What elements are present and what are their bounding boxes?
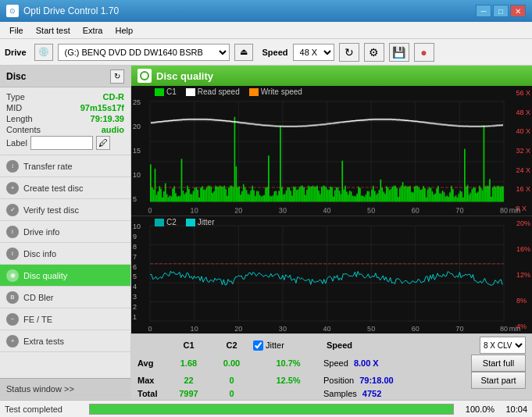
jitter-check-label: Jitter <box>266 340 284 350</box>
y-16pct: 16% <box>516 245 530 253</box>
sidebar-item-disc-quality[interactable]: ◉ Disc quality <box>0 265 130 287</box>
max-label: Max <box>137 376 167 385</box>
y-8pct: 8% <box>516 297 530 305</box>
drivebar: Drive 💿 (G:) BENQ DVD DD DW1640 BSRB ⏏ S… <box>0 39 532 66</box>
label-icon-button[interactable]: 🖊 <box>96 136 110 150</box>
mid-value: 97m15s17f <box>80 103 124 112</box>
y-10: 10 <box>133 171 141 179</box>
refresh-button[interactable]: ↻ <box>339 43 359 62</box>
menu-file[interactable]: File <box>3 24 30 37</box>
speed-label: Speed <box>323 358 348 368</box>
read-speed-color <box>186 88 195 96</box>
samples-section: Samples 4752 <box>323 389 381 398</box>
position-section: Position 79:18.00 <box>323 376 394 385</box>
titlebar-left: ⊙ Opti Drive Control 1.70 <box>6 5 119 17</box>
start-part-button[interactable]: Start part <box>471 372 526 389</box>
mid-label: MID <box>6 103 22 112</box>
disc-quality-header: Disc quality <box>131 66 532 86</box>
total-label: Total <box>137 389 167 398</box>
sidebar-nav: ↕ Transfer rate + Create test disc ✓ Ver… <box>0 155 130 378</box>
sidebar-item-transfer-rate[interactable]: ↕ Transfer rate <box>0 155 130 177</box>
disc-refresh-button[interactable]: ↻ <box>110 70 124 84</box>
y-32x: 32 X <box>516 147 530 155</box>
eject-button[interactable]: ⏏ <box>234 44 253 61</box>
max-c1-val: 22 <box>167 376 210 385</box>
y-40x: 40 X <box>516 127 530 135</box>
sidebar-item-label-disc-info: Disc info <box>23 249 56 258</box>
write-speed-color <box>249 88 259 96</box>
avg-jitter-val: 10.7% <box>253 358 323 368</box>
drive-select[interactable]: (G:) BENQ DVD DD DW1640 BSRB <box>58 44 230 61</box>
titlebar-buttons: ─ □ ✕ <box>476 5 526 17</box>
fe-te-icon: ~ <box>6 313 19 326</box>
sidebar-item-label-extra-tests: Extra tests <box>23 337 64 346</box>
sidebar-item-fe-te[interactable]: ~ FE / TE <box>0 308 130 330</box>
extra-tests-icon: + <box>6 335 19 348</box>
progress-bar-container <box>89 404 454 415</box>
close-button[interactable]: ✕ <box>510 5 526 17</box>
y-4pct: 4% <box>516 323 530 330</box>
y-15: 15 <box>133 147 141 155</box>
legend-read-speed: Read speed <box>186 87 240 96</box>
y-25: 25 <box>133 98 141 106</box>
contents-value: audio <box>102 125 124 134</box>
sidebar-item-label-verify-test-disc: Verify test disc <box>23 205 79 215</box>
y-20pct: 20% <box>516 219 530 227</box>
y-8x: 8 X <box>516 205 530 212</box>
settings-button[interactable]: ⚙ <box>364 43 384 62</box>
total-c2-val: 0 <box>210 389 253 398</box>
disc-quality-icon: ◉ <box>6 269 19 282</box>
c1-label: C1 <box>166 87 177 96</box>
sidebar-item-cd-bler[interactable]: B CD Bler <box>0 287 130 308</box>
chart2-legend: C2 Jitter <box>155 218 214 226</box>
disc-section-header: Disc ↻ <box>0 66 130 87</box>
stats-total-row: Total 7997 0 Samples 4752 <box>134 389 529 400</box>
menu-help[interactable]: Help <box>109 24 139 37</box>
y-5: 5 <box>133 195 141 203</box>
sidebar-item-label-cd-bler: CD Bler <box>23 293 54 302</box>
progress-percent: 100.0% <box>460 405 499 414</box>
chart1-y-axis-right: 56 X 48 X 40 X 32 X 24 X 16 X 8 X <box>516 86 530 216</box>
start-full-button[interactable]: Start full <box>471 355 526 372</box>
read-speed-label: Read speed <box>198 87 240 96</box>
create-test-disc-icon: + <box>6 182 19 194</box>
stats-header-row: C1 C2 Jitter Speed 8 X CLV <box>134 336 529 355</box>
verify-test-disc-icon: ✓ <box>6 204 19 216</box>
menu-extra[interactable]: Extra <box>77 24 109 37</box>
sidebar-item-verify-test-disc[interactable]: ✓ Verify test disc <box>0 199 130 221</box>
y-56x: 56 X <box>516 89 530 97</box>
sidebar-item-extra-tests[interactable]: + Extra tests <box>0 330 130 352</box>
menu-start-test[interactable]: Start test <box>30 24 77 37</box>
charts-wrapper: C1 Read speed Write speed 56 X 48 X 40 <box>131 86 532 333</box>
speed-select[interactable]: 48 X <box>293 44 334 61</box>
sidebar-item-label-transfer-rate: Transfer rate <box>23 162 73 171</box>
chart1-container: C1 Read speed Write speed 56 X 48 X 40 <box>131 86 532 216</box>
avg-label: Avg <box>137 358 167 368</box>
minimize-button[interactable]: ─ <box>476 5 491 17</box>
type-label: Type <box>6 92 25 102</box>
cd-bler-icon: B <box>6 291 19 304</box>
sidebar-item-disc-info[interactable]: i Disc info <box>0 243 130 265</box>
clv-select[interactable]: 8 X CLV <box>480 337 526 354</box>
legend-jitter: Jitter <box>186 218 215 226</box>
drive-info-icon: i <box>6 226 19 238</box>
sidebar-item-drive-info[interactable]: i Drive info <box>0 221 130 243</box>
jitter-checkbox[interactable] <box>253 340 263 351</box>
y-20: 20 <box>133 123 141 130</box>
jitter-label: Jitter <box>198 218 215 226</box>
save-button[interactable]: 💾 <box>389 43 409 62</box>
chart1-canvas <box>131 86 532 216</box>
color-button[interactable]: ● <box>414 43 434 62</box>
length-value: 79:19.39 <box>91 114 124 123</box>
disc-quality-title: Disc quality <box>156 70 213 82</box>
menubar: File Start test Extra Help <box>0 22 532 39</box>
sidebar-item-create-test-disc[interactable]: + Create test disc <box>0 177 130 199</box>
sidebar-item-label-create-test-disc: Create test disc <box>23 184 83 193</box>
length-label: Length <box>6 114 33 123</box>
disc-quality-icon-header <box>137 69 152 83</box>
label-input[interactable] <box>30 136 93 150</box>
status-window-button[interactable]: Status window >> <box>0 378 130 400</box>
start-part-btn-container: Start part <box>471 372 526 389</box>
maximize-button[interactable]: □ <box>493 5 509 17</box>
samples-label: Samples <box>323 389 357 398</box>
